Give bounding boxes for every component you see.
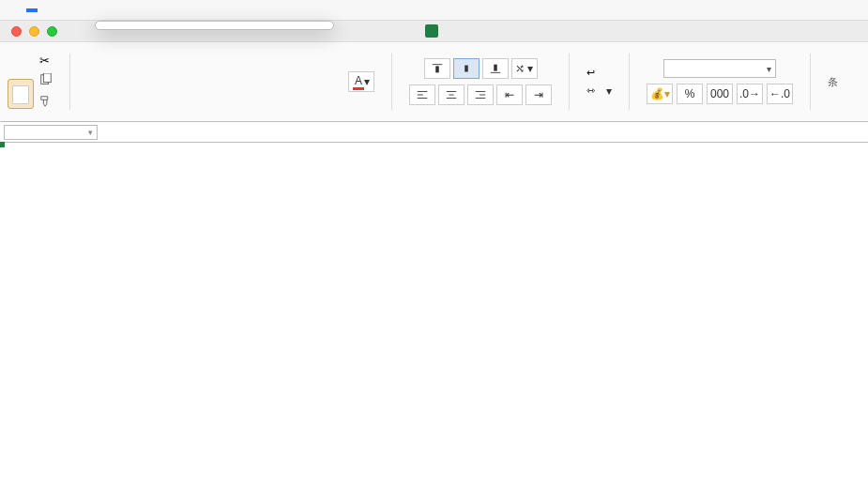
align-bottom-button[interactable] (482, 58, 509, 79)
clipboard-group: ✂︎ (8, 54, 53, 111)
svg-rect-4 (464, 66, 468, 72)
paste-icon[interactable] (8, 79, 34, 109)
ribbon-toolbar: ✂︎ A ▾ ⤭ ▾ ⇤ ⇥ (0, 42, 868, 122)
increase-indent-button[interactable]: ⇥ (525, 84, 552, 105)
menu-insert[interactable] (99, 8, 111, 12)
orientation-button[interactable]: ⤭ ▾ (511, 58, 538, 79)
name-box[interactable] (4, 125, 98, 140)
align-middle-button[interactable] (453, 58, 480, 79)
formula-bar-row (0, 122, 868, 143)
font-color-row: A ▾ (348, 71, 374, 92)
merge-icon: ⇿ (586, 84, 595, 97)
decrease-indent-button[interactable]: ⇤ (496, 84, 523, 105)
menu-file[interactable] (26, 8, 38, 12)
percent-button[interactable]: % (677, 84, 703, 104)
merge-center-button[interactable]: ⇿ ▾ (586, 84, 612, 98)
increase-decimal-button[interactable]: .0→ (737, 84, 763, 104)
number-format-select[interactable] (663, 59, 776, 78)
menu-view[interactable] (75, 8, 86, 12)
currency-button[interactable]: 💰▾ (647, 84, 673, 104)
svg-rect-3 (435, 66, 439, 72)
menu-edit[interactable] (51, 8, 62, 12)
selected-cell-outline (0, 143, 4, 146)
copy-icon[interactable] (39, 73, 53, 89)
window-traffic-lights (0, 26, 57, 37)
align-top-button[interactable] (424, 58, 450, 79)
align-center-button[interactable] (438, 84, 464, 105)
comma-button[interactable]: 000 (707, 84, 733, 104)
menu-window[interactable] (197, 8, 208, 12)
mac-menubar (0, 0, 868, 21)
cut-icon[interactable]: ✂︎ (39, 54, 53, 68)
more-label: 条 (828, 75, 838, 89)
menu-help[interactable] (221, 8, 233, 12)
menu-format[interactable] (124, 8, 135, 12)
excel-app-icon (425, 24, 438, 38)
font-color-button[interactable]: A ▾ (348, 71, 374, 92)
align-left-button[interactable] (409, 84, 435, 105)
menu-tools[interactable] (148, 8, 160, 12)
menu-data[interactable] (173, 8, 184, 12)
window-minimize-button[interactable] (29, 26, 39, 37)
format-painter-icon[interactable] (39, 95, 53, 111)
svg-rect-1 (43, 73, 51, 83)
decrease-decimal-button[interactable]: ←.0 (767, 84, 793, 104)
wrap-text-icon: ↩ (586, 67, 595, 79)
file-dropdown-menu (95, 21, 334, 30)
ribbon-separator (69, 54, 70, 110)
window-close-button[interactable] (11, 26, 22, 37)
svg-rect-6 (494, 65, 497, 71)
wrap-text-button[interactable]: ↩ (586, 67, 612, 79)
window-zoom-button[interactable] (47, 26, 57, 37)
align-right-button[interactable] (467, 84, 494, 105)
